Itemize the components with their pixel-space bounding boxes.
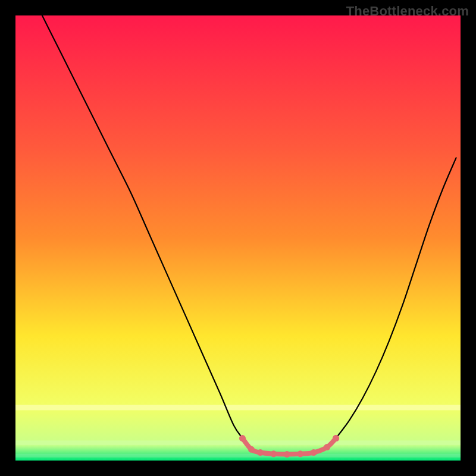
marker-valley-markers xyxy=(257,449,264,456)
gradient-background xyxy=(15,15,461,461)
marker-valley-markers xyxy=(311,449,317,456)
marker-valley-markers xyxy=(297,450,303,457)
marker-valley-markers xyxy=(239,435,246,441)
marker-valley-markers xyxy=(270,450,277,457)
plot-area xyxy=(15,15,461,461)
chart-frame: TheBottleneck.com xyxy=(0,0,476,476)
chart-svg xyxy=(15,15,461,461)
band-stripe xyxy=(15,454,461,458)
watermark-text: TheBottleneck.com xyxy=(346,4,469,19)
marker-valley-markers xyxy=(324,444,330,450)
marker-right-end xyxy=(333,435,339,441)
band-stripe xyxy=(15,440,461,444)
band-stripe xyxy=(15,405,461,411)
marker-valley-markers xyxy=(248,446,255,453)
marker-valley-markers xyxy=(284,451,290,458)
